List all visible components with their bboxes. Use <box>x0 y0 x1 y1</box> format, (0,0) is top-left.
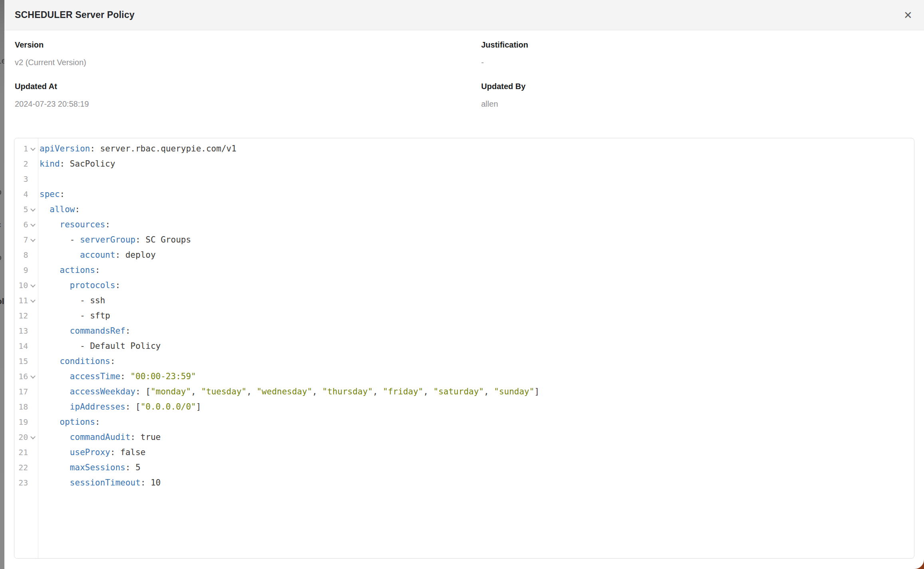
gutter-row: 8 <box>14 247 38 263</box>
field-version: Versionv2 (Current Version) <box>15 40 481 67</box>
line-number: 20 <box>14 430 28 445</box>
code-line-11: - ssh <box>40 293 914 308</box>
field-justification: Justification- <box>481 40 914 67</box>
line-number: 10 <box>14 278 28 293</box>
fold-slot-empty <box>28 354 38 369</box>
fold-chevron-down-icon[interactable] <box>28 232 38 247</box>
code-line-12: - sftp <box>40 308 914 323</box>
fold-slot-empty <box>28 247 38 263</box>
gutter-row: 7 <box>14 232 38 247</box>
fold-chevron-down-icon[interactable] <box>28 202 38 217</box>
line-number: 19 <box>14 414 28 430</box>
close-button[interactable]: ✕ <box>898 6 918 25</box>
gutter-row: 23 <box>14 475 38 490</box>
field-label: Version <box>15 40 481 50</box>
code-line-21: useProxy: false <box>40 445 914 460</box>
fold-slot-empty <box>28 323 38 338</box>
gutter-row: 1 <box>14 141 38 156</box>
gutter-row: 18 <box>14 399 38 414</box>
code-line-7: - serverGroup: SC Groups <box>40 232 914 247</box>
line-number: 8 <box>14 247 28 263</box>
code-line-8: account: deploy <box>40 247 914 263</box>
fold-slot-empty <box>28 399 38 414</box>
line-number: 6 <box>14 217 28 232</box>
code-line-3 <box>40 171 914 187</box>
line-number: 18 <box>14 399 28 414</box>
line-number: 21 <box>14 445 28 460</box>
fold-chevron-down-icon[interactable] <box>28 369 38 384</box>
line-number: 7 <box>14 232 28 247</box>
fold-slot-empty <box>28 171 38 187</box>
line-number: 3 <box>14 171 28 187</box>
code-line-17: accessWeekday: ["monday", "tuesday", "we… <box>40 384 914 399</box>
code-line-10: protocols: <box>40 278 914 293</box>
gutter-row: 12 <box>14 308 38 323</box>
server-policy-modal: SCHEDULER Server Policy ✕ Versionv2 (Cur… <box>4 0 924 569</box>
editor-gutter: 1234567891011121314151617181920212223 <box>14 138 38 558</box>
fold-slot-empty <box>28 414 38 430</box>
line-number: 2 <box>14 156 28 171</box>
line-number: 12 <box>14 308 28 323</box>
gutter-row: 17 <box>14 384 38 399</box>
fold-slot-empty <box>28 187 38 202</box>
field-label: Updated At <box>15 82 481 91</box>
yaml-code-editor[interactable]: 1234567891011121314151617181920212223 ap… <box>14 138 914 559</box>
fold-chevron-down-icon[interactable] <box>28 430 38 445</box>
gutter-row: 13 <box>14 323 38 338</box>
gutter-row: 20 <box>14 430 38 445</box>
gutter-row: 11 <box>14 293 38 308</box>
field-value: allen <box>481 99 914 109</box>
line-number: 23 <box>14 475 28 490</box>
fold-chevron-down-icon[interactable] <box>28 293 38 308</box>
code-line-5: allow: <box>40 202 914 217</box>
field-updated-by: Updated Byallen <box>481 82 914 109</box>
gutter-row: 22 <box>14 460 38 475</box>
gutter-row: 5 <box>14 202 38 217</box>
code-line-23: sessionTimeout: 10 <box>40 475 914 490</box>
gutter-row: 6 <box>14 217 38 232</box>
gutter-row: 9 <box>14 263 38 278</box>
editor-code-area: apiVersion: server.rbac.querypie.com/v1k… <box>40 138 914 558</box>
code-line-13: commandsRef: <box>40 323 914 338</box>
gutter-row: 16 <box>14 369 38 384</box>
gutter-row: 15 <box>14 354 38 369</box>
fold-chevron-down-icon[interactable] <box>28 217 38 232</box>
background-text-fragment: c <box>0 220 1 229</box>
gutter-row: 19 <box>14 414 38 430</box>
code-line-1: apiVersion: server.rbac.querypie.com/v1 <box>40 141 914 156</box>
line-number: 1 <box>14 141 28 156</box>
line-number: 13 <box>14 323 28 338</box>
fold-slot-empty <box>28 156 38 171</box>
gutter-row: 10 <box>14 278 38 293</box>
line-number: 17 <box>14 384 28 399</box>
line-number: 14 <box>14 338 28 354</box>
code-line-19: options: <box>40 414 914 430</box>
line-number: 4 <box>14 187 28 202</box>
background-text-fragment: p <box>0 187 2 197</box>
fold-slot-empty <box>28 445 38 460</box>
gutter-row: 14 <box>14 338 38 354</box>
dimmed-backdrop[interactable]: 1epcool <box>0 0 4 569</box>
close-icon: ✕ <box>904 10 912 20</box>
line-number: 15 <box>14 354 28 369</box>
background-text-fragment: ol <box>0 296 4 306</box>
fold-slot-empty <box>28 338 38 354</box>
background-text-fragment: 1e <box>0 56 4 66</box>
gutter-row: 21 <box>14 445 38 460</box>
line-number: 16 <box>14 369 28 384</box>
code-line-9: actions: <box>40 263 914 278</box>
code-line-6: resources: <box>40 217 914 232</box>
fold-slot-empty <box>28 475 38 490</box>
fold-chevron-down-icon[interactable] <box>28 141 38 156</box>
fold-slot-empty <box>28 384 38 399</box>
line-number: 11 <box>14 293 28 308</box>
field-updated-at: Updated At2024-07-23 20:58:19 <box>15 82 481 109</box>
fold-chevron-down-icon[interactable] <box>28 278 38 293</box>
field-value: 2024-07-23 20:58:19 <box>15 99 481 109</box>
field-value: - <box>481 58 914 67</box>
gutter-row: 2 <box>14 156 38 171</box>
fold-slot-empty <box>28 460 38 475</box>
gutter-row: 4 <box>14 187 38 202</box>
code-line-2: kind: SacPolicy <box>40 156 914 171</box>
line-number: 22 <box>14 460 28 475</box>
